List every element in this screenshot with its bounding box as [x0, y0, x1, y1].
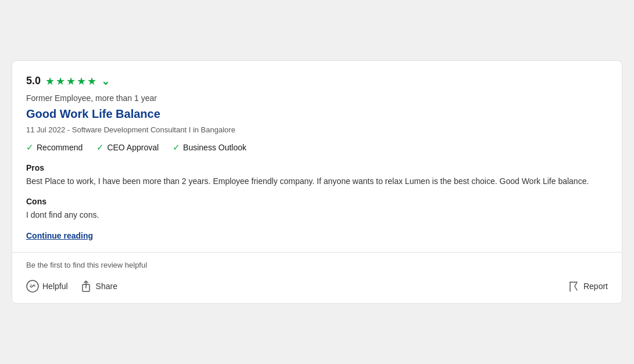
report-label: Report	[583, 282, 608, 291]
star-5: ★	[87, 75, 96, 88]
footer-left: Helpful Share	[26, 280, 117, 293]
star-4: ★	[77, 75, 86, 88]
report-button[interactable]: Report	[567, 280, 608, 293]
approval-business-label: Business Outlook	[183, 143, 246, 152]
check-icon: ✓	[173, 142, 180, 153]
share-button[interactable]: Share	[80, 280, 117, 293]
approval-row: ✓ Recommend ✓ CEO Approval ✓ Business Ou…	[26, 142, 608, 153]
star-3: ★	[66, 75, 76, 88]
chevron-down-icon[interactable]: ⌄	[101, 75, 110, 88]
continue-reading-link[interactable]: Continue reading	[26, 231, 93, 240]
approval-recommend: ✓ Recommend	[26, 142, 83, 153]
helpful-icon	[26, 280, 39, 293]
approval-ceo-label: CEO Approval	[107, 143, 159, 152]
approval-recommend-label: Recommend	[37, 143, 83, 152]
rating-row: 5.0 ★ ★ ★ ★ ★ ⌄	[26, 75, 608, 88]
rating-score: 5.0	[26, 75, 41, 87]
svg-point-1	[31, 284, 32, 286]
share-label: Share	[96, 282, 117, 291]
review-title: Good Work Life Balance	[26, 107, 608, 121]
review-card: 5.0 ★ ★ ★ ★ ★ ⌄ Former Employee, more th…	[12, 60, 622, 304]
star-2: ★	[56, 75, 65, 88]
helpful-label: Helpful	[42, 282, 68, 291]
star-1: ★	[45, 75, 55, 88]
approval-ceo: ✓ CEO Approval	[96, 142, 159, 153]
check-icon: ✓	[96, 142, 104, 153]
helpful-button[interactable]: Helpful	[26, 280, 68, 293]
footer-actions: Helpful Share Report	[26, 275, 608, 303]
pros-label: Pros	[26, 163, 608, 172]
helpful-text: Be the first to find this review helpful	[26, 253, 608, 275]
svg-point-2	[34, 284, 35, 286]
approval-business: ✓ Business Outlook	[173, 142, 246, 153]
employee-type: Former Employee, more than 1 year	[26, 93, 608, 103]
pros-content: Best Place to work, I have been more tha…	[26, 175, 608, 188]
check-icon: ✓	[26, 142, 34, 153]
report-icon	[567, 280, 580, 293]
cons-label: Cons	[26, 197, 608, 206]
cons-content: I dont find any cons.	[26, 208, 608, 221]
share-icon	[80, 280, 92, 293]
review-meta: 11 Jul 2022 - Software Development Consu…	[26, 125, 608, 134]
star-rating: ★ ★ ★ ★ ★	[45, 75, 96, 88]
